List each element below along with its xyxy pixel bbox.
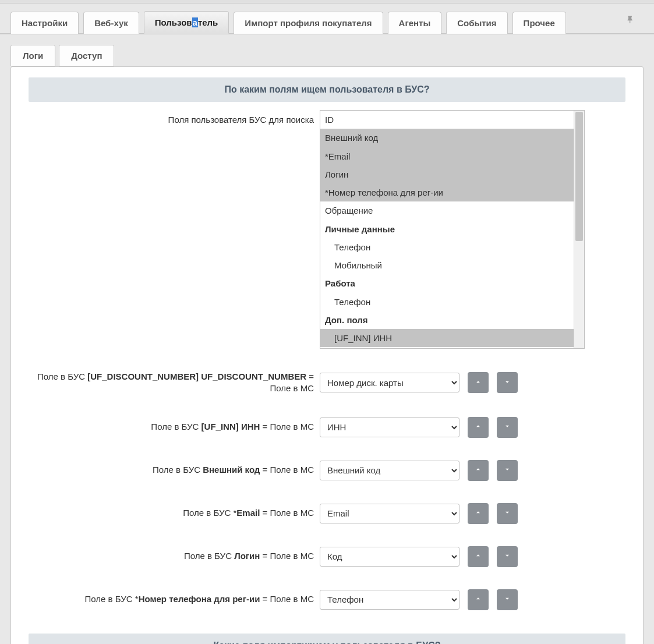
move-down-button[interactable] <box>497 503 518 524</box>
search-fields-listbox[interactable]: IDВнешний код*EmailЛогин*Номер телефона … <box>320 110 585 349</box>
listbox-option[interactable]: Телефон <box>320 293 574 311</box>
tab-user-pre: Пользов <box>155 17 192 27</box>
mapping-label: Поле в БУС [UF_DISCOUNT_NUMBER] UF_DISCO… <box>29 371 320 395</box>
tab-other[interactable]: Прочее <box>512 12 566 34</box>
mapping-label: Поле в БУС [UF_INN] ИНН = Поле в МС <box>29 421 320 433</box>
listbox-option[interactable]: Доп. поля <box>320 311 574 329</box>
listbox-option[interactable]: Личные данные <box>320 220 574 238</box>
chevron-down-icon <box>503 465 511 475</box>
mapping-row: Поле в БУС Логин = Поле в МСКод <box>29 546 625 567</box>
main-tab-row: Настройки Веб-хук Пользователь Импорт пр… <box>0 9 654 34</box>
chevron-up-icon <box>474 422 482 432</box>
chevron-down-icon <box>503 551 511 561</box>
listbox-option[interactable]: *Номер телефона для рег-ии <box>320 183 574 201</box>
settings-panel: По каким полям ищем пользователя в БУС? … <box>10 66 644 644</box>
mapping-select[interactable]: Номер диск. карты <box>320 373 459 392</box>
listbox-option[interactable]: Внешний код <box>320 129 574 147</box>
chevron-up-icon <box>474 508 482 518</box>
section-import-fields-header: Какие поля импортируем у пользователя в … <box>29 634 625 645</box>
listbox-option[interactable]: Мобильный <box>320 256 574 274</box>
move-up-button[interactable] <box>468 372 489 393</box>
tab-events[interactable]: События <box>446 12 507 34</box>
search-fields-label: Поля пользователя БУС для поиска <box>29 110 320 125</box>
mapping-label: Поле в БУС Внешний код = Поле в МС <box>29 464 320 476</box>
subtab-logs[interactable]: Логи <box>10 45 55 66</box>
tab-agents[interactable]: Агенты <box>388 12 442 34</box>
chevron-down-icon <box>503 422 511 432</box>
mapping-row: Поле в БУС [UF_INN] ИНН = Поле в МСИНН <box>29 417 625 438</box>
move-down-button[interactable] <box>497 546 518 567</box>
listbox-option[interactable]: Логин <box>320 165 574 183</box>
chevron-up-icon <box>474 551 482 561</box>
mapping-select[interactable]: ИНН <box>320 417 459 437</box>
move-up-button[interactable] <box>468 546 489 567</box>
move-up-button[interactable] <box>468 417 489 438</box>
listbox-option[interactable]: Телефон <box>320 238 574 256</box>
tab-user-hl: а <box>192 17 198 27</box>
listbox-scrollbar[interactable] <box>574 111 584 348</box>
move-down-button[interactable] <box>497 589 518 610</box>
mapping-row: Поле в БУС [UF_DISCOUNT_NUMBER] UF_DISCO… <box>29 371 625 395</box>
subtab-access[interactable]: Доступ <box>59 45 114 66</box>
move-up-button[interactable] <box>468 460 489 481</box>
listbox-option[interactable]: ID <box>320 111 574 129</box>
listbox-option[interactable]: *Email <box>320 147 574 165</box>
move-down-button[interactable] <box>497 372 518 393</box>
pin-icon[interactable] <box>618 9 644 33</box>
chevron-down-icon <box>503 595 511 604</box>
tab-import-profile[interactable]: Импорт профиля покупателя <box>234 12 383 34</box>
tab-settings[interactable]: Настройки <box>10 12 79 34</box>
sub-tab-row: Логи Доступ <box>0 34 654 66</box>
listbox-option[interactable]: [UF_STRING] UF_STRING <box>320 347 574 348</box>
listbox-option[interactable]: Обращение <box>320 201 574 220</box>
chevron-up-icon <box>474 595 482 604</box>
listbox-option[interactable]: [UF_INN] ИНН <box>320 329 574 347</box>
chevron-down-icon <box>503 378 511 388</box>
chevron-down-icon <box>503 508 511 518</box>
mapping-label: Поле в БУС Логин = Поле в МС <box>29 550 320 562</box>
move-up-button[interactable] <box>468 503 489 524</box>
mapping-select[interactable]: Email <box>320 504 459 523</box>
chevron-up-icon <box>474 378 482 388</box>
move-down-button[interactable] <box>497 460 518 481</box>
move-down-button[interactable] <box>497 417 518 438</box>
section-search-fields-header: По каким полям ищем пользователя в БУС? <box>29 77 625 102</box>
mapping-label: Поле в БУС *Email = Поле в МС <box>29 507 320 519</box>
move-up-button[interactable] <box>468 589 489 610</box>
listbox-option[interactable]: Работа <box>320 274 574 292</box>
mapping-select[interactable]: Телефон <box>320 590 459 610</box>
mapping-label: Поле в БУС *Номер телефона для рег-ии = … <box>29 593 320 605</box>
mapping-row: Поле в БУС Внешний код = Поле в МСВнешни… <box>29 460 625 481</box>
tab-user[interactable]: Пользователь <box>144 11 229 34</box>
mapping-row: Поле в БУС *Номер телефона для рег-ии = … <box>29 589 625 610</box>
mapping-select[interactable]: Внешний код <box>320 461 459 480</box>
mapping-row: Поле в БУС *Email = Поле в МСEmail <box>29 503 625 524</box>
mapping-select[interactable]: Код <box>320 547 459 567</box>
chevron-up-icon <box>474 465 482 475</box>
tab-webhook[interactable]: Веб-хук <box>83 12 139 34</box>
tab-user-post: тель <box>198 17 218 27</box>
